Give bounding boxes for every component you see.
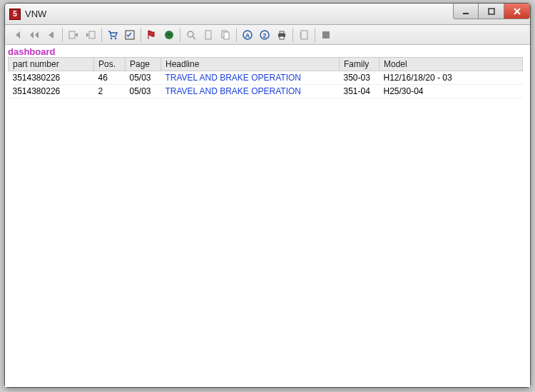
svg-rect-5 bbox=[89, 31, 95, 38]
minimize-button[interactable] bbox=[453, 4, 479, 19]
cell-pos: 46 bbox=[94, 71, 126, 85]
table-row[interactable]: 3514380226 2 05/03 TRAVEL AND BRAKE OPER… bbox=[9, 85, 523, 98]
svg-rect-12 bbox=[205, 31, 211, 39]
col-header-pos[interactable]: Pos. bbox=[94, 58, 126, 71]
toolbar: A 2 bbox=[5, 25, 530, 45]
cell-headline-link[interactable]: TRAVEL AND BRAKE OPERATION bbox=[161, 85, 340, 98]
content-area: dashboard part number Pos. Page Headline… bbox=[5, 45, 530, 387]
svg-rect-22 bbox=[301, 31, 307, 39]
toolbar-separator bbox=[101, 28, 102, 42]
svg-rect-26 bbox=[322, 31, 330, 38]
svg-rect-1 bbox=[489, 9, 494, 14]
svg-text:2: 2 bbox=[263, 32, 266, 39]
svg-point-7 bbox=[115, 37, 117, 39]
window-controls bbox=[453, 4, 530, 19]
page-icon[interactable] bbox=[200, 27, 216, 43]
bold-a-icon[interactable]: A bbox=[240, 27, 255, 43]
toolbar-separator bbox=[141, 28, 141, 42]
stop-icon[interactable] bbox=[318, 27, 334, 43]
cell-page: 05/03 bbox=[126, 85, 161, 98]
svg-rect-21 bbox=[280, 36, 284, 39]
toolbar-separator bbox=[62, 28, 63, 42]
globe-icon[interactable] bbox=[161, 27, 177, 43]
nav-prev-icon[interactable] bbox=[44, 27, 59, 43]
cell-model: H12/16/18/20 - 03 bbox=[379, 71, 523, 85]
table-row[interactable]: 3514380226 46 05/03 TRAVEL AND BRAKE OPE… bbox=[9, 71, 523, 85]
section-label: dashboard bbox=[5, 45, 530, 57]
toolbar-separator bbox=[315, 28, 315, 42]
col-header-part-number[interactable]: part number bbox=[9, 58, 94, 71]
toolbar-separator bbox=[292, 28, 293, 42]
svg-text:A: A bbox=[245, 32, 250, 39]
app-window: 5 VNW A 2 dashboard bbox=[4, 3, 531, 388]
page2-icon[interactable] bbox=[218, 27, 233, 43]
toolbar-separator bbox=[180, 28, 180, 42]
window-title: VNW bbox=[25, 9, 46, 19]
cell-page: 05/03 bbox=[126, 71, 161, 85]
export-out-icon[interactable] bbox=[66, 27, 81, 43]
nav-prev-fast-icon[interactable] bbox=[26, 27, 42, 43]
col-header-model[interactable]: Model bbox=[379, 58, 523, 71]
cell-part-number: 3514380226 bbox=[9, 71, 94, 85]
svg-rect-20 bbox=[280, 31, 284, 33]
cell-headline-link[interactable]: TRAVEL AND BRAKE OPERATION bbox=[161, 71, 340, 85]
svg-rect-14 bbox=[224, 32, 229, 39]
cell-family: 350-03 bbox=[340, 71, 379, 85]
cell-model: H25/30-04 bbox=[379, 85, 523, 98]
notebook-icon[interactable] bbox=[296, 27, 312, 43]
zoom-icon[interactable] bbox=[183, 27, 199, 43]
svg-line-11 bbox=[193, 36, 195, 39]
svg-rect-4 bbox=[69, 31, 75, 38]
titlebar[interactable]: 5 VNW bbox=[5, 4, 530, 25]
app-icon: 5 bbox=[9, 9, 21, 20]
cell-part-number: 3514380226 bbox=[9, 85, 94, 98]
col-header-page[interactable]: Page bbox=[126, 58, 161, 71]
checklist-icon[interactable] bbox=[122, 27, 138, 43]
results-table: part number Pos. Page Headline Family Mo… bbox=[8, 57, 523, 98]
svg-point-10 bbox=[188, 31, 193, 37]
circled-2-icon[interactable]: 2 bbox=[257, 27, 272, 43]
cell-pos: 2 bbox=[94, 85, 126, 98]
nav-first-icon[interactable] bbox=[9, 27, 25, 43]
flag-icon[interactable] bbox=[144, 27, 160, 43]
print-icon[interactable] bbox=[274, 27, 290, 43]
col-header-family[interactable]: Family bbox=[340, 58, 379, 71]
close-button[interactable] bbox=[504, 4, 530, 19]
col-header-headline[interactable]: Headline bbox=[161, 58, 340, 71]
export-in-icon[interactable] bbox=[83, 27, 98, 43]
toolbar-separator bbox=[236, 28, 237, 42]
cart-icon[interactable] bbox=[105, 27, 121, 43]
maximize-button[interactable] bbox=[479, 4, 504, 19]
cell-family: 351-04 bbox=[340, 85, 379, 98]
table-header-row: part number Pos. Page Headline Family Mo… bbox=[9, 58, 523, 71]
svg-point-6 bbox=[111, 37, 113, 39]
